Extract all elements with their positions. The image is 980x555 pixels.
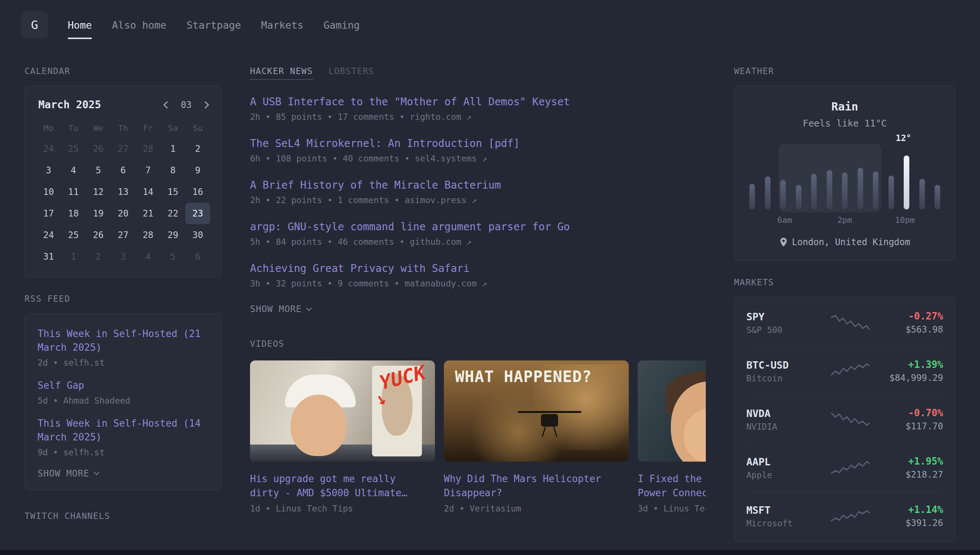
video-card: WHAT HAPPENED? Why Did The Mars Helicopt… [444,361,629,513]
rss-show-more-button[interactable]: SHOW MORE [38,468,99,479]
story-link[interactable]: A USB Interface to the "Mother of All De… [250,96,706,108]
window-bottom-edge [0,550,980,555]
calendar-prev-icon[interactable] [163,101,171,109]
weather-time-label: 2pm [837,215,852,225]
calendar-month-title: March 2025 [38,99,101,111]
calendar-day: 31 [36,246,61,268]
sparkline-chart [831,361,870,381]
calendar-day: 5 [86,160,111,181]
story-link[interactable]: The SeL4 Microkernel: An Introduction [p… [250,137,706,149]
video-card: YUCK ↘ His upgrade got me really dirty -… [250,361,435,513]
weather-bar [796,185,801,209]
hn-show-more-label: SHOW MORE [250,304,302,314]
calendar-day: 15 [160,181,185,203]
feed-item-link[interactable]: This Week in Self-Hosted (21 March 2025) [38,327,209,354]
weather-bar [765,176,770,209]
calendar-day: 27 [111,224,136,246]
weather-location-text: London, United Kingdom [792,237,910,247]
feed-item-link[interactable]: This Week in Self-Hosted (14 March 2025) [38,417,209,444]
nav-tab-markets[interactable]: Markets [261,19,303,31]
market-row-btc-usd[interactable]: BTC-USD Bitcoin +1.39% $84,999.29 [746,347,943,395]
feed-item-meta: 2d • selfh.st [38,358,209,367]
calendar-day: 18 [61,203,86,224]
sparkline-chart [831,409,870,430]
videos-row: YUCK ↘ His upgrade got me really dirty -… [250,361,706,513]
video-title-link[interactable]: Why Did The Mars Helicopter Disappear? [444,472,629,500]
video-title-link[interactable]: His upgrade got me really dirty - AMD $5… [250,472,435,500]
calendar-day: 28 [135,138,160,160]
sparkline-chart [831,506,870,526]
tab-hacker-news[interactable]: HACKER NEWS [250,66,313,80]
story-link[interactable]: argp: GNU-style command line argument pa… [250,221,706,233]
market-symbol: BTC-USD [746,359,823,371]
story-link[interactable]: A Brief History of the Miracle Bacterium [250,179,706,191]
market-name: Microsoft [746,518,823,528]
market-name: NVIDIA [746,422,823,431]
feed-item: This Week in Self-Hosted (14 March 2025)… [38,417,209,457]
calendar-day: 25 [61,138,86,160]
nav-tab-home[interactable]: Home [68,19,92,31]
feed-item-meta: 5d • Ahmad Shadeed [38,396,209,406]
market-price: $84,999.29 [878,373,943,383]
video-meta: 2d • Veritasium [444,504,629,513]
weather-widget: Rain Feels like 11°C 12° 6am2pm10pm Lond… [734,85,956,261]
external-link-icon: ↗ [472,195,476,205]
video-meta: 1d • Linus Tech Tips [250,504,435,513]
weather-time-label: 6am [777,215,792,225]
external-link-icon: ↗ [482,154,487,163]
calendar-day: 16 [185,181,210,203]
weather-feels-like: Feels like 11°C [747,118,942,129]
nav-tabs: Home Also home Startpage Markets Gaming [68,19,360,31]
calendar-day: 3 [111,246,136,268]
rss-feed-widget: This Week in Self-Hosted (21 March 2025)… [24,313,222,490]
story-link[interactable]: Achieving Great Privacy with Safari [250,262,706,274]
calendar-day: 9 [185,160,210,181]
video-title-line: Power Connect [638,486,706,500]
story-item: A USB Interface to the "Mother of All De… [250,96,706,122]
market-symbol: MSFT [746,504,823,516]
weather-peak-temp-label: 12° [896,133,911,143]
feed-item: Self Gap 5d • Ahmad Shadeed [38,379,209,406]
app-logo[interactable]: G [21,11,48,38]
market-row-msft[interactable]: MSFT Microsoft +1.14% $391.26 [746,492,943,540]
calendar-day: 22 [160,203,185,224]
weather-condition: Rain [747,100,942,113]
rss-show-more-label: SHOW MORE [38,468,89,479]
market-name: Bitcoin [746,374,823,383]
story-meta-text: 5h • 84 points • 46 comments • github.co… [250,237,461,247]
hn-show-more-button[interactable]: SHOW MORE [250,304,311,314]
hacker-news-list: A USB Interface to the "Mother of All De… [250,96,706,288]
weather-bar [780,180,786,209]
nav-tab-also-home[interactable]: Also home [112,19,166,31]
calendar-next-icon[interactable] [202,101,209,109]
weather-bar [873,172,879,209]
video-thumbnail[interactable]: WHAT HAPPENED? [444,361,629,462]
video-thumbnail[interactable]: YUCK ↘ [250,361,435,462]
calendar-day: 8 [160,160,185,181]
story-meta: 3h • 32 points • 9 comments • matanabudy… [250,279,706,288]
video-thumbnail[interactable]: DO T T [638,361,706,462]
weather-hourly-chart: 12° [749,148,940,209]
calendar-day: 2 [185,138,210,160]
calendar-day: 14 [135,181,160,203]
left-column: CALENDAR March 2025 03 Mo Tu We Th Fr [24,50,222,531]
dashboard-page: G Home Also home Startpage Markets Gamin… [0,0,980,555]
sparkline-chart [831,313,870,333]
calendar-widget: March 2025 03 Mo Tu We Th Fr Sa Su [24,85,222,278]
market-row-spy[interactable]: SPY S&P 500 -0.27% $563.98 [746,299,943,347]
thumbnail-overlay-text: WHAT HAPPENED? [455,367,592,386]
thumbnail-graphic [290,395,346,456]
middle-column: HACKER NEWS LOBSTERS A USB Interface to … [250,50,706,513]
calendar-day: 19 [86,203,111,224]
feed-item-link[interactable]: Self Gap [38,379,209,393]
market-row-aapl[interactable]: AAPL Apple +1.95% $218.27 [746,443,943,492]
tab-lobsters[interactable]: LOBSTERS [329,66,374,80]
calendar-day: 6 [111,160,136,181]
nav-tab-startpage[interactable]: Startpage [186,19,241,31]
market-row-nvda[interactable]: NVDA NVIDIA -0.70% $117.70 [746,395,943,443]
nav-tab-gaming[interactable]: Gaming [323,19,360,31]
calendar-day: 24 [36,224,61,246]
weather-bar [889,176,894,209]
video-title-link[interactable]: I Fixed the 5 Power Connect [638,472,706,500]
markets-widget: SPY S&P 500 -0.27% $563.98 BTC-USD Bitco… [734,297,956,542]
